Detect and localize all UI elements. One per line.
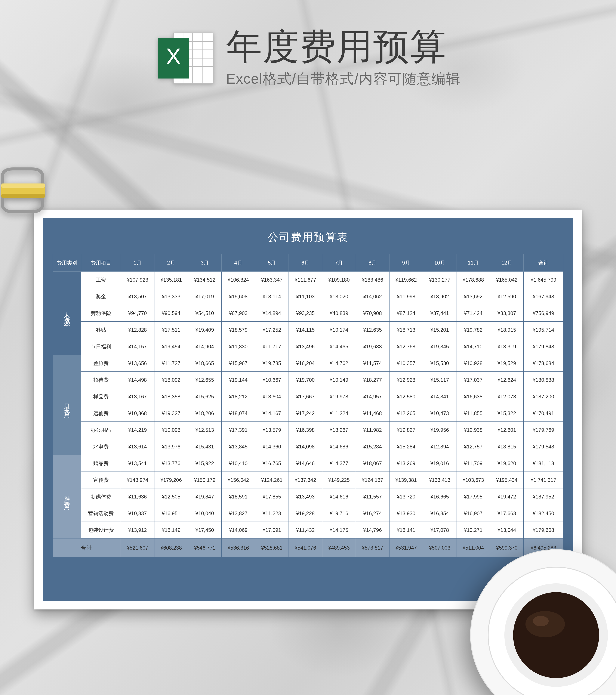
value-cell: ¥16,274 bbox=[356, 505, 389, 522]
value-cell: ¥15,608 bbox=[221, 288, 255, 305]
value-cell: ¥11,468 bbox=[356, 405, 389, 422]
value-cell: ¥10,337 bbox=[121, 505, 154, 522]
value-cell: ¥15,284 bbox=[389, 438, 423, 455]
value-cell: ¥18,815 bbox=[490, 438, 523, 455]
value-cell: ¥13,044 bbox=[490, 522, 523, 539]
item-cell: 样品费 bbox=[81, 388, 121, 405]
table-header-row: 费用类别 费用项目 1月 2月 3月 4月 5月 6月 7月 8月 9月 10月… bbox=[53, 254, 563, 272]
value-cell: ¥163,347 bbox=[255, 272, 288, 288]
item-cell: 新媒体费 bbox=[81, 488, 121, 505]
value-cell: ¥15,322 bbox=[490, 405, 523, 422]
value-cell: ¥13,493 bbox=[288, 488, 322, 505]
row-total-cell: ¥179,548 bbox=[523, 438, 563, 455]
item-cell: 营销活动费 bbox=[81, 505, 121, 522]
value-cell: ¥13,167 bbox=[121, 388, 154, 405]
item-cell: 节日福利 bbox=[81, 338, 121, 355]
value-cell: ¥18,149 bbox=[154, 522, 188, 539]
value-cell: ¥15,431 bbox=[188, 438, 221, 455]
value-cell: ¥17,091 bbox=[255, 522, 288, 539]
table-row: 运输费¥10,868¥19,327¥18,206¥18,074¥14,167¥1… bbox=[53, 405, 563, 422]
value-cell: ¥119,662 bbox=[389, 272, 423, 288]
footer-value-cell: ¥536,316 bbox=[221, 539, 255, 557]
table-row: 营销活动费¥10,337¥16,951¥10,040¥13,827¥11,223… bbox=[53, 505, 563, 522]
row-total-cell: ¥179,769 bbox=[523, 422, 563, 438]
value-cell: ¥10,928 bbox=[456, 355, 490, 372]
value-cell: ¥135,181 bbox=[154, 272, 188, 288]
value-cell: ¥11,717 bbox=[255, 338, 288, 355]
table-row: 劳动保险¥94,770¥90,594¥54,510¥67,903¥14,894¥… bbox=[53, 305, 563, 322]
value-cell: ¥12,601 bbox=[490, 422, 523, 438]
value-cell: ¥18,579 bbox=[221, 322, 255, 338]
value-cell: ¥19,327 bbox=[154, 405, 188, 422]
col-header: 11月 bbox=[456, 254, 490, 272]
value-cell: ¥17,391 bbox=[221, 422, 255, 438]
value-cell: ¥17,078 bbox=[423, 522, 456, 539]
value-cell: ¥19,016 bbox=[423, 455, 456, 472]
item-cell: 宣传费 bbox=[81, 472, 121, 488]
value-cell: ¥10,473 bbox=[423, 405, 456, 422]
value-cell: ¥11,709 bbox=[456, 455, 490, 472]
value-cell: ¥14,904 bbox=[188, 338, 221, 355]
value-cell: ¥13,912 bbox=[121, 522, 154, 539]
page-header: X 年度费用预算 Excel格式/自带格式/内容可随意编辑 bbox=[0, 28, 616, 88]
value-cell: ¥94,770 bbox=[121, 305, 154, 322]
value-cell: ¥17,252 bbox=[255, 322, 288, 338]
value-cell: ¥12,828 bbox=[121, 322, 154, 338]
value-cell: ¥13,827 bbox=[221, 505, 255, 522]
value-cell: ¥93,235 bbox=[288, 305, 322, 322]
value-cell: ¥15,284 bbox=[356, 438, 389, 455]
value-cell: ¥37,441 bbox=[423, 305, 456, 322]
value-cell: ¥40,839 bbox=[322, 305, 356, 322]
value-cell: ¥11,830 bbox=[221, 338, 255, 355]
page-title: 年度费用预算 bbox=[226, 28, 461, 65]
value-cell: ¥11,982 bbox=[356, 422, 389, 438]
value-cell: ¥19,700 bbox=[288, 372, 322, 388]
col-header: 8月 bbox=[356, 254, 389, 272]
value-cell: ¥19,978 bbox=[322, 388, 356, 405]
col-header: 费用类别 bbox=[53, 254, 81, 272]
row-total-cell: ¥756,949 bbox=[523, 305, 563, 322]
footer-value-cell: ¥608,238 bbox=[154, 539, 188, 557]
value-cell: ¥12,265 bbox=[389, 405, 423, 422]
row-total-cell: ¥181,118 bbox=[523, 455, 563, 472]
value-cell: ¥15,530 bbox=[423, 355, 456, 372]
value-cell: ¥13,333 bbox=[154, 288, 188, 305]
footer-value-cell: ¥528,681 bbox=[255, 539, 288, 557]
value-cell: ¥18,277 bbox=[356, 372, 389, 388]
value-cell: ¥15,967 bbox=[221, 355, 255, 372]
value-cell: ¥18,074 bbox=[221, 405, 255, 422]
value-cell: ¥11,998 bbox=[389, 288, 423, 305]
value-cell: ¥54,510 bbox=[188, 305, 221, 322]
value-cell: ¥134,512 bbox=[188, 272, 221, 288]
table-row: 宣传费¥148,974¥179,206¥150,179¥156,042¥124,… bbox=[53, 472, 563, 488]
value-cell: ¥13,020 bbox=[322, 288, 356, 305]
value-cell: ¥11,855 bbox=[456, 405, 490, 422]
value-cell: ¥16,665 bbox=[423, 488, 456, 505]
value-cell: ¥13,507 bbox=[121, 288, 154, 305]
value-cell: ¥12,580 bbox=[389, 388, 423, 405]
value-cell: ¥14,157 bbox=[121, 338, 154, 355]
row-total-cell: ¥187,952 bbox=[523, 488, 563, 505]
value-cell: ¥10,357 bbox=[389, 355, 423, 372]
svg-point-19 bbox=[513, 592, 599, 678]
value-cell: ¥18,067 bbox=[356, 455, 389, 472]
table-row: 奖金¥13,507¥13,333¥17,019¥15,608¥18,114¥11… bbox=[53, 288, 563, 305]
footer-value-cell: ¥531,947 bbox=[389, 539, 423, 557]
row-total-cell: ¥179,848 bbox=[523, 338, 563, 355]
value-cell: ¥15,922 bbox=[188, 455, 221, 472]
value-cell: ¥17,019 bbox=[188, 288, 221, 305]
col-header: 3月 bbox=[188, 254, 221, 272]
row-total-cell: ¥187,200 bbox=[523, 388, 563, 405]
value-cell: ¥17,037 bbox=[456, 372, 490, 388]
value-cell: ¥11,574 bbox=[356, 355, 389, 372]
item-cell: 包装设计费 bbox=[81, 522, 121, 539]
value-cell: ¥14,646 bbox=[288, 455, 322, 472]
table-row: 招待费¥14,498¥18,092¥12,655¥19,144¥10,667¥1… bbox=[53, 372, 563, 388]
value-cell: ¥19,454 bbox=[154, 338, 188, 355]
sheet-title: 公司费用预算表 bbox=[43, 218, 573, 254]
col-header: 费用项目 bbox=[81, 254, 121, 272]
value-cell: ¥18,591 bbox=[221, 488, 255, 505]
table-row: 办公用品¥14,219¥10,098¥12,513¥17,391¥13,579¥… bbox=[53, 422, 563, 438]
value-cell: ¥12,505 bbox=[154, 488, 188, 505]
value-cell: ¥109,180 bbox=[322, 272, 356, 288]
